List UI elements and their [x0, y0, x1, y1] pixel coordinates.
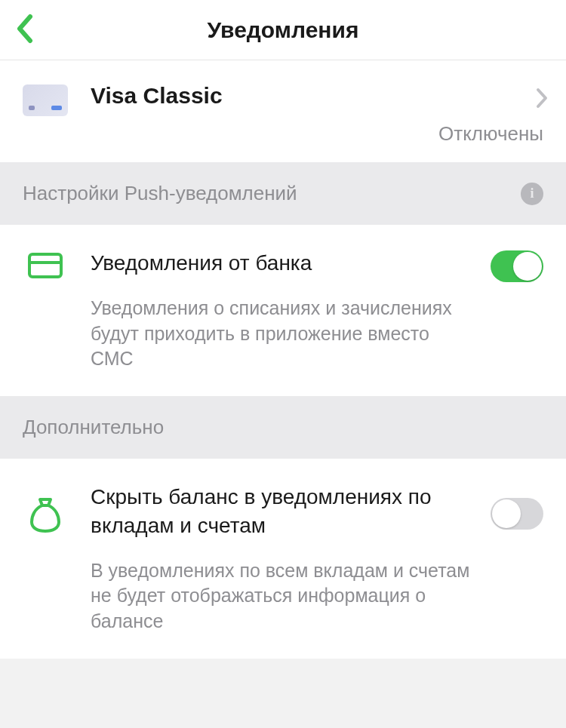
card-status: Отключены	[91, 122, 543, 146]
page-title: Уведомления	[208, 17, 359, 43]
hide-balance-toggle[interactable]	[491, 498, 543, 530]
card-item[interactable]: Visa Classic Отключены	[0, 60, 566, 162]
chevron-right-icon	[536, 88, 548, 112]
back-button[interactable]	[15, 14, 33, 47]
visa-card-icon	[23, 84, 68, 116]
card-outline-icon	[27, 252, 63, 279]
bank-notifications-title: Уведомления от банка	[91, 249, 475, 278]
additional-section-title: Дополнительно	[23, 416, 164, 439]
bank-notifications-row: Уведомления от банка Уведомления о списа…	[0, 225, 566, 396]
hide-balance-desc: В уведомлениях по всем вкладам и счетам …	[91, 558, 475, 634]
info-icon[interactable]: i	[521, 183, 543, 205]
additional-section-header: Дополнительно	[0, 396, 566, 459]
hide-balance-title: Скрыть баланс в уведомлениях по вкладам …	[91, 483, 475, 540]
card-name: Visa Classic	[91, 83, 543, 109]
chevron-left-icon	[15, 14, 33, 44]
push-section-title: Настройки Push-уведомлений	[23, 182, 297, 205]
push-section-header: Настройки Push-уведомлений i	[0, 162, 566, 225]
bank-notifications-desc: Уведомления о списаниях и зачислениях бу…	[91, 296, 475, 372]
money-bag-icon	[29, 496, 62, 533]
hide-balance-row: Скрыть баланс в уведомлениях по вкладам …	[0, 459, 566, 659]
svg-rect-0	[29, 254, 61, 277]
bank-notifications-toggle[interactable]	[491, 250, 543, 282]
header: Уведомления	[0, 0, 566, 60]
